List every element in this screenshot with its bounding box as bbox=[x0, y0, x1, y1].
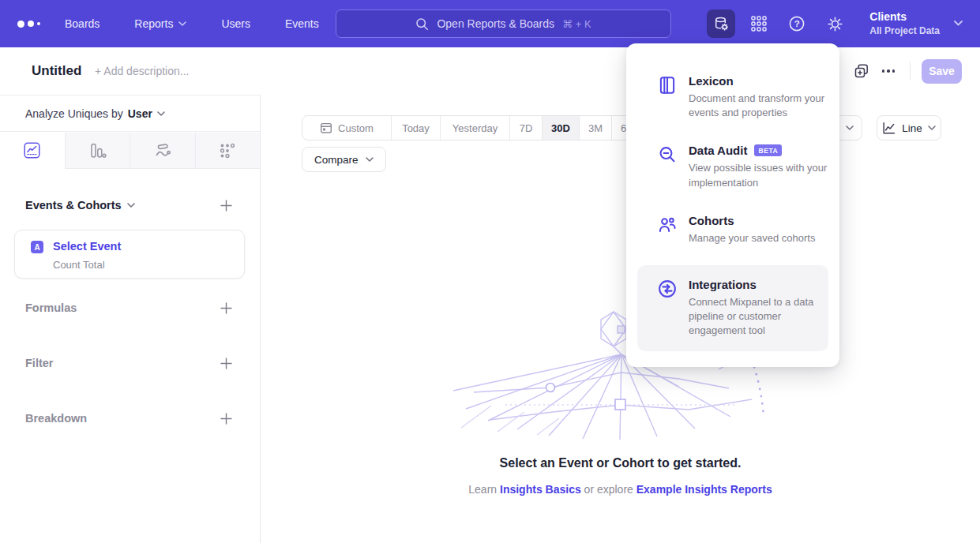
chevron-down-icon bbox=[954, 21, 963, 26]
header-actions: Save bbox=[848, 58, 962, 84]
calendar-icon bbox=[320, 122, 332, 134]
date-range-yesterday[interactable]: Yesterday bbox=[440, 116, 509, 140]
menu-item-description: Connect Mixpanel to a data pipeline or c… bbox=[689, 295, 817, 339]
compare-button[interactable]: Compare bbox=[302, 147, 386, 172]
navbar-right: ? Clients All Project Data bbox=[707, 0, 980, 47]
empty-state: Select an Event or Cohort to get started… bbox=[261, 456, 980, 496]
gear-icon bbox=[826, 15, 844, 33]
nav-item-reports[interactable]: Reports bbox=[134, 17, 186, 30]
add-description-field[interactable]: + Add description... bbox=[95, 65, 189, 77]
menu-item-cohorts[interactable]: Cohorts Manage your saved cohorts bbox=[626, 202, 839, 257]
chevron-down-icon bbox=[157, 111, 165, 116]
flow-tab-icon bbox=[153, 142, 172, 159]
visualization-tabs bbox=[0, 133, 260, 169]
tab-flows[interactable] bbox=[130, 133, 195, 169]
help-glyph: ? bbox=[783, 9, 811, 38]
insights-basics-link[interactable]: Insights Basics bbox=[500, 483, 581, 496]
help-button[interactable]: ? bbox=[783, 9, 811, 38]
chart-type-dropdown[interactable]: Line bbox=[877, 115, 941, 140]
filter-label: Filter bbox=[25, 357, 53, 369]
ellipsis-icon bbox=[882, 69, 896, 73]
date-range-label: Yesterday bbox=[452, 122, 498, 134]
nav-item-label: Users bbox=[221, 17, 250, 30]
database-gear-icon bbox=[712, 15, 730, 32]
nav-item-events[interactable]: Events bbox=[285, 17, 319, 30]
add-breakdown-button[interactable] bbox=[216, 409, 235, 428]
formulas-row: Formulas bbox=[25, 297, 235, 319]
dots-grid-tab-icon bbox=[219, 142, 236, 159]
date-range-7d[interactable]: 7D bbox=[509, 116, 542, 140]
select-event-button[interactable]: Select Event bbox=[53, 240, 121, 253]
data-management-menu: Lexicon Document and transform your even… bbox=[626, 43, 839, 367]
breakdown-label: Breakdown bbox=[25, 412, 87, 425]
formulas-label: Formulas bbox=[25, 301, 77, 314]
settings-button[interactable] bbox=[820, 9, 849, 38]
empty-state-links: Learn Insights Basics or explore Example… bbox=[261, 483, 980, 496]
mixpanel-logo-icon bbox=[17, 21, 49, 28]
project-name: All Project Data bbox=[869, 24, 940, 37]
chevron-down-icon bbox=[366, 157, 374, 162]
menu-item-title: Lexicon bbox=[689, 74, 734, 88]
explore-text: or explore bbox=[584, 483, 633, 496]
filter-row: Filter bbox=[25, 352, 235, 374]
duplicate-button[interactable] bbox=[848, 58, 875, 84]
events-cohorts-header: Events & Cohorts bbox=[25, 196, 235, 215]
search-placeholder: Open Reports & Boards bbox=[437, 17, 554, 30]
event-card[interactable]: A Select Event Count Total bbox=[14, 230, 245, 279]
tab-bar-chart[interactable] bbox=[65, 133, 130, 169]
lexicon-book-icon bbox=[657, 75, 678, 95]
search-shortcut: ⌘ + K bbox=[562, 18, 591, 30]
date-range-today[interactable]: Today bbox=[391, 116, 440, 140]
date-range-3m[interactable]: 3M bbox=[579, 116, 611, 140]
data-management-button[interactable] bbox=[707, 9, 735, 38]
chevron-down-icon bbox=[846, 125, 854, 130]
breakdown-row: Breakdown bbox=[25, 407, 235, 429]
chart-type-label: Line bbox=[902, 122, 922, 134]
chevron-down-icon bbox=[928, 125, 936, 130]
menu-item-description: Manage your saved cohorts bbox=[689, 231, 828, 245]
nav-item-label: Reports bbox=[134, 17, 173, 30]
date-range-label: Today bbox=[402, 122, 430, 134]
nav-item-boards[interactable]: Boards bbox=[65, 17, 100, 30]
date-range-30d[interactable]: 30D bbox=[542, 116, 579, 140]
menu-item-integrations[interactable]: Integrations Connect Mixpanel to a data … bbox=[637, 265, 828, 351]
analyze-entity-dropdown[interactable]: User bbox=[128, 107, 165, 120]
more-options-button[interactable] bbox=[875, 58, 902, 84]
search-icon bbox=[415, 17, 429, 31]
menu-item-title: Integrations bbox=[689, 278, 757, 291]
add-formula-button[interactable] bbox=[216, 298, 235, 317]
events-cohorts-toggle[interactable]: Events & Cohorts bbox=[25, 199, 135, 212]
analyze-entity-value: User bbox=[128, 107, 152, 120]
date-range-label: 30D bbox=[551, 122, 570, 134]
date-range-label: 3M bbox=[588, 122, 603, 134]
divider bbox=[910, 62, 911, 80]
date-range-more-dropdown[interactable] bbox=[836, 116, 862, 140]
menu-item-lexicon[interactable]: Lexicon Document and transform your even… bbox=[626, 62, 839, 132]
add-filter-button[interactable] bbox=[216, 354, 235, 373]
date-range-custom[interactable]: Custom bbox=[302, 116, 391, 140]
org-name: Clients bbox=[869, 9, 940, 24]
query-builder-sidebar: Analyze Uniques by User bbox=[0, 95, 261, 543]
events-cohorts-label: Events & Cohorts bbox=[25, 199, 122, 212]
project-selector[interactable]: Clients All Project Data bbox=[869, 9, 963, 37]
bar-chart-tab-icon bbox=[88, 142, 107, 159]
grid-icon bbox=[750, 15, 768, 32]
event-series-badge: A bbox=[31, 241, 43, 253]
top-navbar: Boards Reports Users Events Open Reports… bbox=[0, 0, 980, 47]
tab-insights-line[interactable] bbox=[0, 133, 65, 169]
example-reports-link[interactable]: Example Insights Reports bbox=[636, 483, 772, 496]
menu-item-data-audit[interactable]: Data Audit BETA View possible issues wit… bbox=[626, 132, 839, 201]
tab-retention-dots[interactable] bbox=[195, 133, 261, 169]
save-button[interactable]: Save bbox=[922, 59, 962, 84]
date-range-label: Custom bbox=[338, 122, 374, 134]
empty-state-title: Select an Event or Cohort to get started… bbox=[261, 456, 980, 470]
add-event-button[interactable] bbox=[216, 196, 235, 215]
nav-item-label: Events bbox=[285, 17, 319, 30]
beta-badge: BETA bbox=[754, 144, 782, 156]
nav-item-users[interactable]: Users bbox=[221, 17, 250, 30]
event-metric-dropdown[interactable]: Count Total bbox=[53, 259, 105, 271]
integrations-sync-icon bbox=[657, 279, 678, 299]
global-search-input[interactable]: Open Reports & Boards ⌘ + K bbox=[336, 9, 671, 38]
report-title[interactable]: Untitled bbox=[32, 63, 81, 79]
apps-grid-button[interactable] bbox=[745, 9, 773, 38]
